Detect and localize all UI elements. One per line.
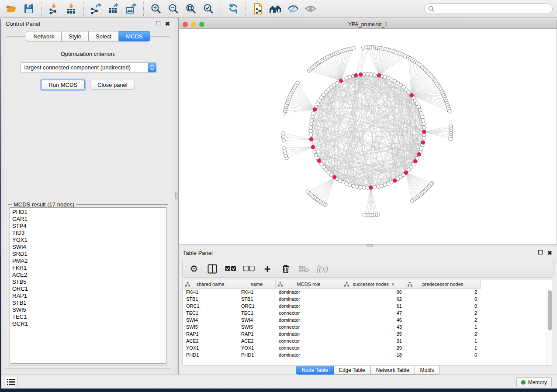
graph-node[interactable] (354, 73, 358, 77)
mcds-result-item[interactable]: STB5 (12, 279, 160, 285)
column-header-name[interactable]: name (238, 280, 276, 288)
hide-columns-icon[interactable] (243, 262, 255, 275)
graph-node[interactable] (419, 147, 423, 150)
mcds-result-item[interactable]: SWI5 (12, 306, 160, 313)
graph-node[interactable] (359, 186, 362, 189)
mcds-result-item[interactable]: ACE2 (12, 272, 160, 279)
table-row[interactable]: ACE2ACE2connector311 (183, 337, 553, 344)
graph-node[interactable] (419, 108, 422, 112)
tab-node-table[interactable]: Node Table (296, 366, 334, 375)
search-input[interactable] (435, 6, 544, 12)
table-row[interactable]: FKH1FKH1dominator962 (183, 289, 553, 296)
graph-node[interactable] (422, 126, 426, 129)
graph-node[interactable] (363, 213, 366, 217)
graph-node[interactable] (377, 73, 381, 77)
network-canvas[interactable] (179, 29, 557, 244)
graph-node[interactable] (351, 184, 355, 188)
tab-style[interactable]: Style (62, 31, 89, 41)
graph-node[interactable] (387, 182, 390, 186)
graph-node[interactable] (309, 122, 313, 126)
tab-network[interactable]: Network (26, 31, 62, 41)
graph-node[interactable] (320, 162, 323, 166)
table-row[interactable]: YOX1YOX1connector291 (183, 344, 553, 351)
graph-node[interactable] (309, 138, 313, 141)
zoom-selected-icon[interactable] (200, 1, 217, 16)
table-row[interactable]: SWI4SWI4dominator462 (183, 316, 553, 323)
graph-node[interactable] (352, 46, 355, 50)
graph-node[interactable] (410, 199, 414, 203)
graph-node[interactable] (380, 184, 383, 188)
graph-node[interactable] (407, 90, 411, 94)
graph-node[interactable] (366, 186, 369, 189)
mcds-result-list[interactable]: PHD1CAR1STP4TID3YOX1SWI4SRD1PMA2FKH1ACE2… (10, 207, 166, 364)
close-table-panel-icon[interactable]: ✖ (547, 250, 553, 256)
table-row[interactable]: ORC1ORC1dominator610 (183, 303, 553, 309)
graph-node[interactable] (376, 185, 380, 188)
zoom-in-icon[interactable] (147, 1, 165, 16)
run-mcds-button[interactable]: Run MCDS (41, 80, 85, 90)
graph-node[interactable] (317, 159, 321, 163)
graph-node[interactable] (407, 168, 411, 172)
graph-node[interactable] (310, 118, 313, 122)
column-header-MCDS-role[interactable]: MCDS role (276, 280, 342, 288)
mcds-result-item[interactable]: TEC1 (12, 313, 160, 320)
graph-node[interactable] (361, 46, 365, 49)
graph-node[interactable] (296, 81, 299, 85)
graph-node[interactable] (281, 135, 285, 138)
minimize-window-icon[interactable] (191, 22, 196, 27)
graph-node[interactable] (421, 118, 425, 122)
graph-node[interactable] (414, 159, 418, 163)
open-session-icon[interactable] (3, 1, 20, 16)
mcds-list-scrollbar[interactable] (160, 208, 166, 363)
graph-node[interactable] (366, 72, 369, 76)
graph-node[interactable] (422, 122, 426, 126)
graph-node[interactable] (309, 129, 312, 133)
table-scrollbar-thumb[interactable] (548, 290, 552, 330)
graph-node[interactable] (421, 141, 425, 144)
network-from-document-icon[interactable] (249, 1, 267, 16)
global-search-box[interactable] (424, 3, 553, 14)
settings-gear-icon[interactable]: ⚙ (188, 262, 200, 275)
close-window-icon[interactable] (183, 22, 188, 27)
show-panels-icon[interactable] (302, 1, 319, 16)
network-window-titlebar[interactable]: YPA_prune.txt_1 (179, 20, 557, 29)
hide-panels-icon[interactable] (284, 1, 302, 16)
table-header-row[interactable]: shared namenameMCDS rolesuccessor nodes∨… (183, 280, 481, 289)
mcds-result-item[interactable]: PHD1 (12, 209, 160, 216)
splitter-handle[interactable] (175, 192, 178, 199)
table-row[interactable]: RAP1RAP1dominator352 (183, 330, 553, 337)
graph-node[interactable] (404, 171, 408, 175)
graph-node[interactable] (362, 186, 366, 189)
mcds-result-item[interactable]: FKH1 (12, 265, 160, 272)
tab-motifs[interactable]: Motifs (415, 366, 440, 375)
save-session-icon[interactable] (20, 1, 38, 16)
graph-node[interactable] (359, 73, 363, 77)
float-table-panel-icon[interactable] (537, 250, 543, 256)
export-network-icon[interactable] (87, 1, 105, 16)
mcds-result-item[interactable]: CAR1 (12, 216, 160, 223)
graph-node[interactable] (339, 79, 343, 83)
mcds-result-item[interactable]: SWI4 (12, 244, 160, 251)
graph-node[interactable] (417, 152, 421, 156)
graph-node[interactable] (332, 175, 336, 179)
graph-node[interactable] (419, 112, 423, 115)
vertical-splitter[interactable] (175, 18, 179, 375)
close-panel-button[interactable]: Close panel (90, 80, 135, 90)
mcds-result-item[interactable]: ORC1 (12, 285, 160, 292)
column-header-shared-name[interactable]: shared name (183, 280, 238, 288)
ui-settings-menu-button[interactable] (4, 377, 17, 387)
column-header-successor-nodes[interactable]: successor nodes∨ (342, 280, 405, 288)
refresh-layout-icon[interactable] (225, 1, 242, 16)
graph-node[interactable] (311, 112, 315, 115)
add-row-icon[interactable]: + (261, 262, 273, 275)
graph-node[interactable] (281, 131, 285, 135)
mcds-result-item[interactable]: PMA2 (12, 258, 160, 265)
graph-node[interactable] (393, 179, 397, 183)
column-layout-icon[interactable] (206, 262, 218, 275)
import-network-icon[interactable] (45, 1, 62, 16)
graph-node[interactable] (282, 139, 285, 142)
export-image-icon[interactable] (122, 1, 140, 16)
graph-node[interactable] (335, 81, 339, 85)
delete-row-icon[interactable] (280, 262, 292, 275)
tab-mcds[interactable]: MCDS (119, 31, 150, 41)
